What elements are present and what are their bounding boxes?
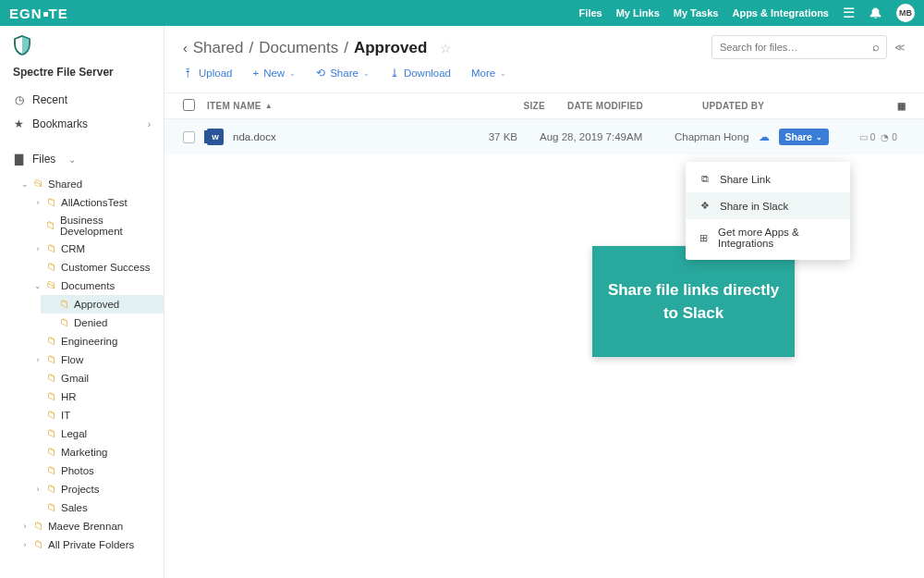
- chevron-down-icon: ⌄: [289, 69, 296, 78]
- crumb-documents[interactable]: Documents: [259, 39, 338, 57]
- folder-open-icon: 📂︎: [46, 279, 57, 292]
- sidebar-bookmarks[interactable]: ★Bookmarks›: [0, 112, 164, 136]
- download-icon: ⤓: [390, 67, 399, 80]
- tree-legal[interactable]: 📁︎Legal: [28, 424, 164, 443]
- tree-photos[interactable]: 📁︎Photos: [28, 461, 164, 480]
- brand-logo: EGNTE: [9, 6, 68, 21]
- hamburger-icon[interactable]: ☰: [843, 5, 855, 21]
- twisty-icon: ›: [33, 198, 43, 207]
- search-icon[interactable]: ⌕: [872, 40, 880, 54]
- twisty-icon: ›: [33, 355, 43, 364]
- nav-mytasks[interactable]: My Tasks: [674, 7, 719, 18]
- crumb-current: Approved: [354, 39, 427, 57]
- tree-gmail[interactable]: 📁︎Gmail: [28, 369, 164, 387]
- file-row[interactable]: W nda.docx 37 KB Aug 28, 2019 7:49AM Cha…: [164, 119, 924, 154]
- col-size[interactable]: SIZE: [490, 101, 545, 111]
- dropdown-share-slack[interactable]: ❖Share in Slack: [686, 192, 850, 219]
- back-icon[interactable]: ‹: [183, 41, 188, 55]
- avatar[interactable]: MB: [896, 4, 915, 22]
- dropdown-get-apps[interactable]: ⊞Get more Apps & Integrations: [686, 219, 850, 256]
- upload-icon: ⭱: [183, 68, 194, 79]
- chevron-down-icon: ⌄: [500, 69, 506, 78]
- crumb-shared[interactable]: Shared: [193, 39, 244, 57]
- file-name[interactable]: nda.docx: [233, 131, 462, 142]
- folder-icon: 📁︎: [59, 316, 70, 329]
- folder-icon: 📁︎: [45, 219, 56, 232]
- row-checkbox[interactable]: [183, 131, 195, 143]
- tree-shared[interactable]: ⌄📂︎Shared: [15, 175, 164, 193]
- action-bar: ⭱Upload +New⌄ ⟲Share⌄ ⤓Download More⌄: [183, 57, 906, 85]
- more-button[interactable]: More⌄: [471, 67, 506, 80]
- folder-icon: 📁︎: [46, 390, 57, 403]
- download-button[interactable]: ⤓Download: [390, 67, 451, 80]
- folder-open-icon: 📂︎: [33, 178, 44, 191]
- new-button[interactable]: +New⌄: [252, 67, 296, 80]
- tree-marketing[interactable]: 📁︎Marketing: [28, 443, 164, 461]
- nav-apps[interactable]: Apps & Integrations: [732, 7, 829, 18]
- folder-icon: 📁︎: [46, 427, 57, 440]
- tree-custsuccess[interactable]: 📁︎Customer Success: [28, 258, 164, 277]
- search-input[interactable]: [711, 35, 887, 59]
- chevron-down-icon: ⌄: [363, 69, 370, 78]
- tree-allactions[interactable]: ›📁︎AllActionsTest: [28, 193, 164, 212]
- slack-icon: ❖: [699, 200, 711, 212]
- comments-count[interactable]: ▭ 0: [859, 132, 875, 142]
- clock-icon: ◷: [13, 93, 25, 106]
- share-button[interactable]: ⟲Share⌄: [316, 67, 370, 80]
- chevron-right-icon: ›: [148, 119, 151, 129]
- twisty-icon: ›: [33, 244, 43, 253]
- collapse-panel-icon[interactable]: ≪: [894, 42, 906, 54]
- tree-approved[interactable]: 📁︎Approved: [41, 295, 164, 314]
- col-updated-by[interactable]: UPDATED BY: [675, 101, 887, 111]
- col-name[interactable]: ITEM NAME: [207, 101, 261, 111]
- tree-denied[interactable]: 📁︎Denied: [41, 314, 164, 332]
- folder-icon: 📁︎: [59, 298, 70, 311]
- tree-bizdev[interactable]: 📁︎Business Development: [28, 212, 164, 240]
- tree-sales[interactable]: 📁︎Sales: [28, 498, 164, 517]
- nav-files[interactable]: Files: [579, 7, 602, 18]
- folder-icon: ▇: [13, 153, 25, 166]
- chevron-down-icon: ⌄: [816, 133, 822, 141]
- folder-icon: 📁︎: [33, 538, 44, 551]
- link-icon: ⧉: [699, 173, 711, 185]
- tree-flow[interactable]: ›📁︎Flow: [28, 350, 164, 369]
- cloud-icon[interactable]: ☁: [759, 130, 770, 143]
- twisty-icon: ›: [20, 522, 30, 531]
- view-options-icon[interactable]: ▦: [887, 101, 906, 111]
- upload-button[interactable]: ⭱Upload: [183, 67, 232, 80]
- select-all-checkbox[interactable]: [183, 99, 195, 111]
- tree-hr[interactable]: 📁︎HR: [28, 387, 164, 406]
- star-icon: ★: [13, 117, 25, 130]
- tree-crm[interactable]: ›📁︎CRM: [28, 240, 164, 258]
- tree-allprivate[interactable]: ›📁︎All Private Folders: [15, 535, 164, 554]
- sidebar-recent[interactable]: ◷Recent: [0, 88, 164, 112]
- folder-icon: 📁︎: [46, 464, 57, 477]
- sort-asc-icon: ▲: [265, 102, 273, 110]
- nav-mylinks[interactable]: My Links: [616, 7, 660, 18]
- tree-documents[interactable]: ⌄📂︎Documents: [28, 277, 164, 295]
- row-share-button[interactable]: Share⌄: [779, 129, 829, 145]
- shield-icon: [13, 35, 31, 60]
- tree-maeve[interactable]: ›📁︎Maeve Brennan: [15, 517, 164, 535]
- plus-icon: +: [252, 68, 259, 79]
- dropdown-share-link[interactable]: ⧉Share Link: [686, 166, 850, 192]
- plus-square-icon: ⊞: [699, 232, 709, 244]
- favorite-star-icon[interactable]: ☆: [440, 41, 452, 55]
- updated-by: Chapman Hong: [675, 131, 749, 142]
- bell-icon[interactable]: 🔔︎: [869, 6, 882, 21]
- link-icon: ⟲: [316, 67, 325, 80]
- tree-it[interactable]: 📁︎IT: [28, 406, 164, 424]
- twisty-open-icon: ⌄: [20, 179, 30, 189]
- twisty-icon: ›: [33, 485, 43, 494]
- folder-icon: 📁︎: [46, 261, 57, 274]
- tree-projects[interactable]: ›📁︎Projects: [28, 480, 164, 498]
- tasks-count[interactable]: ◔ 0: [881, 132, 896, 142]
- col-date[interactable]: DATE MODIFIED: [545, 101, 675, 111]
- tree-engineering[interactable]: 📁︎Engineering: [28, 332, 164, 350]
- folder-icon: 📁︎: [33, 520, 44, 533]
- sidebar-files[interactable]: ▇Files⌄: [0, 147, 164, 171]
- folder-icon: 📁︎: [46, 196, 57, 209]
- twisty-icon: ›: [20, 540, 30, 549]
- topbar: EGNTE Files My Links My Tasks Apps & Int…: [0, 0, 924, 26]
- folder-icon: 📁︎: [46, 501, 57, 514]
